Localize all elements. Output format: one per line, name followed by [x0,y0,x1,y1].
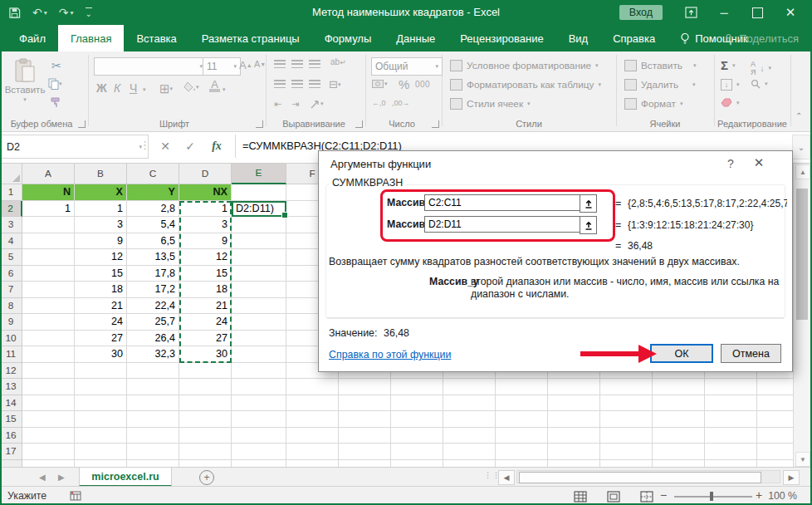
cell-D9[interactable]: 24 [179,314,232,331]
font-color-button[interactable]: А [209,80,220,92]
format-as-table-button[interactable]: Форматировать как таблицу▾ [450,79,601,91]
cell-G15[interactable] [339,411,391,428]
horizontal-scroll-thumb[interactable] [519,472,761,483]
clipboard-dialog-launcher[interactable] [78,120,86,128]
italic-button[interactable]: К [114,81,120,95]
clear-button[interactable]: ▾ [721,98,740,107]
ribbon-display-options-button[interactable] [674,0,707,25]
cell-K18[interactable] [548,460,600,468]
function-help-link[interactable]: Справка по этой функции [329,349,451,360]
cell-B4[interactable]: 9 [75,233,127,250]
row-header-4[interactable]: 4 [0,233,22,250]
ok-button[interactable]: ОК [650,344,713,363]
font-name-select[interactable]: ▾ [94,57,207,76]
cell-B7[interactable]: 18 [75,282,127,298]
cell-styles-button[interactable]: Стили ячеек▾ [450,98,531,110]
expand-formula-bar-icon[interactable]: ⌄ [792,135,810,159]
tab-home[interactable]: Главная [58,25,124,51]
page-layout-view-button[interactable] [604,489,623,503]
align-right-icon[interactable] [309,80,320,88]
collapse-ribbon-icon[interactable]: ⌃ [795,111,802,120]
row-header-15[interactable]: 15 [0,411,22,428]
cell-I15[interactable] [443,411,496,428]
cell-B11[interactable]: 30 [75,346,127,363]
select-all-corner[interactable] [0,163,22,184]
cell-D1[interactable]: NX [179,184,232,201]
zoom-out-button[interactable]: − [660,488,667,502]
cell-M17[interactable] [653,444,705,460]
autosum-button[interactable]: Σ▾ [721,58,736,72]
cell-E9[interactable] [232,314,286,331]
fill-color-button[interactable]: ▾ [184,81,199,92]
active-cell-E2[interactable]: D2:D11) [232,201,286,218]
cell-D12[interactable] [179,363,232,380]
cell-D18[interactable] [179,460,232,468]
comma-style-button[interactable]: 000 [415,80,430,89]
align-center-icon[interactable] [291,80,303,88]
cell-H17[interactable] [391,444,443,460]
cell-D14[interactable] [179,395,232,412]
cell-K15[interactable] [548,411,600,428]
underline-button[interactable]: Ч [130,81,137,95]
cell-I17[interactable] [443,444,496,460]
cell-H15[interactable] [391,411,443,428]
cell-E17[interactable] [232,444,286,460]
decrease-decimal-icon[interactable]: ,00→ [392,99,410,107]
cell-H18[interactable] [391,460,443,468]
share-button[interactable]: Поделиться [723,25,799,51]
bold-button[interactable]: Ж [96,81,107,95]
maximize-button[interactable] [741,0,774,25]
cell-C5[interactable]: 13,5 [127,249,179,266]
sheet-tab[interactable]: microexcel.ru [79,468,172,487]
cell-C13[interactable] [127,379,179,395]
cell-A10[interactable] [22,331,75,347]
cell-E8[interactable] [232,298,286,315]
cell-M13[interactable] [653,379,705,395]
cell-B2[interactable]: 1 [75,201,127,218]
cell-A3[interactable] [22,217,75,233]
cell-C14[interactable] [127,395,179,412]
cell-O18[interactable] [757,460,794,468]
cell-B1[interactable]: X [75,184,127,201]
fill-button[interactable]: ↓▾ [721,79,740,91]
vertical-scrollbar[interactable]: ▲ ▼ [793,163,810,467]
cell-E12[interactable] [232,363,286,380]
dialog-help-button[interactable]: ? [723,157,738,170]
normal-view-button[interactable] [571,489,589,503]
cell-E14[interactable] [232,395,286,412]
cell-J16[interactable] [496,428,548,444]
increase-font-icon[interactable]: А▲ [239,59,252,71]
cell-A8[interactable] [22,298,75,315]
cell-C3[interactable]: 5,4 [127,217,179,233]
percent-style-button[interactable]: % [399,77,409,91]
cell-J13[interactable] [496,379,548,395]
cell-D17[interactable] [179,444,232,460]
cell-D6[interactable]: 15 [179,266,232,282]
row-header-9[interactable]: 9 [0,314,22,331]
cell-E3[interactable] [232,217,286,233]
cell-C10[interactable]: 26,4 [127,331,179,347]
name-box[interactable]: D2▾ [0,135,149,159]
macro-record-icon[interactable] [70,491,81,501]
align-bottom-icon[interactable] [309,60,320,68]
cell-H16[interactable] [391,428,443,444]
number-format-select[interactable]: Общий▾ [371,57,443,76]
cell-O13[interactable] [757,379,794,395]
cell-K14[interactable] [548,395,600,412]
cell-E5[interactable] [232,249,286,266]
cell-I13[interactable] [443,379,496,395]
cell-F17[interactable] [286,444,339,460]
cell-M14[interactable] [653,395,705,412]
cell-N17[interactable] [705,444,757,460]
zoom-in-button[interactable]: + [756,488,762,502]
cell-I14[interactable] [443,395,496,412]
cell-C7[interactable]: 17,2 [127,282,179,298]
cell-A9[interactable] [22,314,75,331]
cell-D8[interactable]: 21 [179,298,232,315]
cell-D13[interactable] [179,379,232,395]
cell-I16[interactable] [443,428,496,444]
cell-C1[interactable]: Y [127,184,179,201]
cell-J14[interactable] [496,395,548,412]
cell-E10[interactable] [232,331,286,347]
cell-A16[interactable] [22,428,75,444]
